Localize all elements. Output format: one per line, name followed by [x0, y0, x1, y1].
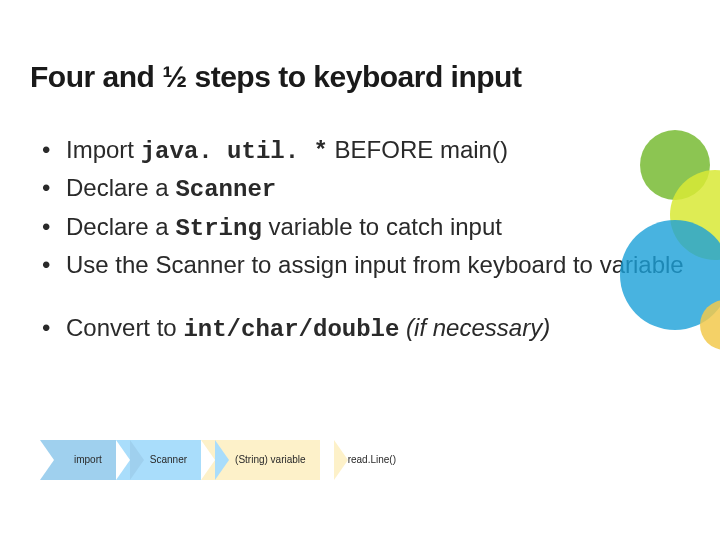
- slide-title: Four and ½ steps to keyboard input: [30, 60, 690, 94]
- bullet-text: Import: [66, 136, 141, 163]
- bullet-text: Declare a: [66, 213, 175, 240]
- step-chevrons: import Scanner (String) variable read.Li…: [40, 440, 410, 480]
- code-text: java. util. *: [141, 138, 328, 165]
- bullet-text: variable to catch input: [262, 213, 502, 240]
- bullet-text: Declare a: [66, 174, 175, 201]
- step-label: Scanner: [150, 454, 187, 465]
- bullet-text-italic: (if necessary): [399, 314, 550, 341]
- step-label: read.Line(): [348, 454, 396, 465]
- circle-icon: [700, 300, 720, 350]
- code-text: int/char/double: [183, 316, 399, 343]
- step-label: (String) variable: [235, 454, 306, 465]
- code-text: Scanner: [175, 176, 276, 203]
- list-item: Declare a Scanner: [42, 172, 690, 206]
- list-item: Convert to int/char/double (if necessary…: [42, 312, 690, 346]
- bullet-list: Import java. util. * BEFORE main() Decla…: [30, 134, 690, 282]
- list-item: Import java. util. * BEFORE main(): [42, 134, 690, 168]
- bullet-list-extra: Convert to int/char/double (if necessary…: [30, 312, 690, 346]
- list-item: Use the Scanner to assign input from key…: [42, 249, 690, 281]
- bullet-text: Convert to: [66, 314, 183, 341]
- slide: Four and ½ steps to keyboard input Impor…: [0, 0, 720, 540]
- list-item: Declare a String variable to catch input: [42, 211, 690, 245]
- bullet-text: BEFORE main(): [328, 136, 508, 163]
- code-text: String: [175, 215, 261, 242]
- bullet-text: Use the Scanner to assign input from key…: [66, 251, 684, 278]
- step-label: import: [74, 454, 102, 465]
